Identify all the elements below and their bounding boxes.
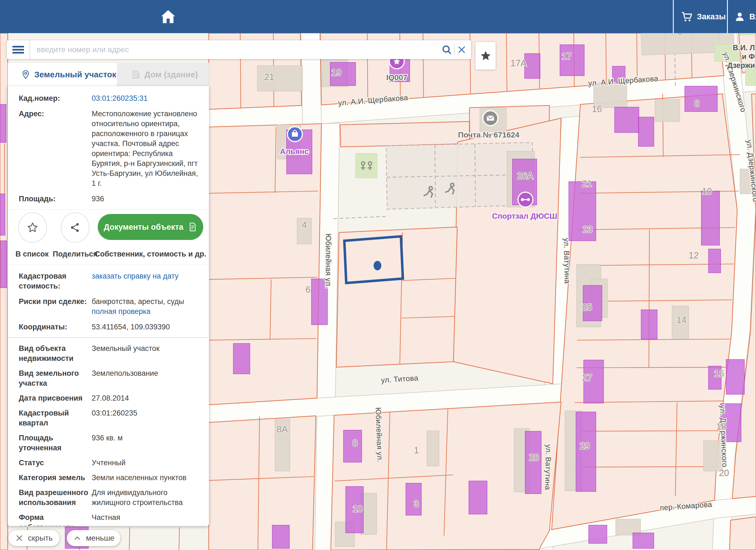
field-label: Площадь уточненная [19, 433, 92, 453]
panel-field-row: Риски при сделке:банкротства, аресты, су… [19, 297, 203, 316]
field-label: Категория земель [19, 473, 92, 483]
share-icon [69, 222, 81, 233]
share-button[interactable] [61, 212, 89, 243]
field-value: Для индивидуального жилищного строительс… [92, 488, 203, 507]
map-annotation: В.И. Л [733, 44, 755, 52]
search-submit-button[interactable] [440, 40, 454, 59]
collapse-panel-button[interactable]: меньше [67, 530, 120, 546]
user-icon [734, 11, 746, 22]
menu-button[interactable] [7, 40, 30, 59]
parcel-number-label: 4 [302, 220, 307, 230]
field-label: Кадастровая стоимость: [19, 271, 92, 291]
field-value: Землепользование [92, 368, 203, 378]
field-value: Учтенный [92, 458, 203, 468]
field-value: Частная [92, 512, 203, 522]
object-tabs: Земельный участок Дом (здание) [8, 63, 209, 86]
parcel-number-label: 20 [719, 468, 729, 478]
panel-field-row: Вид объекта недвижимостиЗемельный участо… [19, 343, 203, 363]
object-documents-button[interactable]: Документы объекта [98, 214, 203, 240]
login-label: Вход [749, 12, 756, 21]
field-label: Кад.номер: [19, 93, 92, 103]
field-label: Дата присвоения [19, 393, 92, 403]
panel-field-row: СтатусУчтенный [19, 458, 203, 468]
location-pin-icon [21, 70, 30, 79]
owner-caption: Собственник, стоимость и др. [95, 250, 206, 258]
cart-icon [681, 10, 693, 23]
field-value: 27.08.2014 [92, 393, 203, 403]
orders-label: Заказы [697, 12, 726, 21]
field-label: Кадастровый квартал [19, 408, 92, 428]
field-value: банкротства, аресты, суды [92, 297, 203, 306]
documents-button-label: Документы объекта [104, 223, 183, 232]
field-label: Адрес: [19, 109, 92, 188]
add-to-list-button[interactable] [18, 212, 47, 243]
parcel-number-label: 27 [582, 372, 592, 383]
field-value-link[interactable]: заказать справку на дату [92, 271, 203, 281]
parcel-info-panel: Кад.номер:03:01:260235:31Адрес:Местополо… [8, 86, 209, 526]
panel-field-row: Площадь:936 [19, 194, 203, 204]
mail-icon [487, 116, 494, 121]
panel-field-row: Категория земельЗемли населенных пунктов [19, 473, 203, 483]
close-icon [15, 534, 23, 542]
login-button[interactable]: Вход [734, 0, 756, 33]
field-label: Площадь: [19, 194, 92, 204]
parcel-number-label: 1 [414, 445, 419, 455]
parcel-number-label: 28 [529, 452, 539, 462]
home-icon[interactable] [159, 7, 177, 25]
parcel-number-label: 21 [264, 72, 274, 82]
field-label: Вид земельного участка [19, 368, 92, 388]
actions-row: Документы объекта В список Поделиться Со… [8, 210, 209, 265]
parcel-number-label: 17 [562, 51, 572, 61]
map-annotation: и Ф [742, 52, 755, 61]
field-label: Координаты: [19, 322, 92, 332]
parcel-number-label: 8 [353, 438, 358, 448]
parcel-number-label: 3 [414, 499, 419, 509]
panel-field-row: Вид разрешенного использованияДля индиви… [19, 488, 203, 507]
parcel-number-label: 29 [580, 441, 590, 451]
tab-label: Земельный участок [34, 70, 116, 79]
field-value: Местоположение установлено относительно … [92, 109, 203, 188]
parcel-number-label: 6 [306, 284, 311, 295]
clear-search-button[interactable] [454, 40, 469, 59]
field-label: Форма собственности [19, 512, 92, 526]
parcel-number-label: 10 [353, 504, 363, 514]
map-annotation: Дзержи [727, 61, 755, 70]
field-value: 936 [92, 194, 203, 204]
parcel-number-label: 25 [582, 302, 592, 312]
less-label: меньше [86, 534, 115, 543]
search-bar [7, 40, 471, 59]
panel-field-row: Адрес:Местоположение установлено относит… [19, 109, 203, 188]
search-input[interactable] [30, 45, 440, 54]
field-value: 53.411654, 109.039390 [92, 322, 203, 332]
panel-field-row: Координаты:53.411654, 109.039390 [19, 322, 203, 332]
parcel-number-label: 14 [676, 315, 687, 325]
poi-label: IQ007 [386, 73, 407, 82]
field-label: Статус [19, 458, 92, 468]
panel-field-row: Площадь уточненная936 кв. м [19, 433, 203, 453]
field-value-link[interactable]: 03:01:260235:31 [92, 93, 203, 103]
hamburger-icon [12, 44, 24, 55]
poi-label: Альянс [280, 147, 309, 156]
poi-label: Спортзал ДЮСШ [492, 212, 557, 220]
tab-building[interactable]: Дом (здание) [117, 63, 209, 86]
parcel-number-label: 16 [592, 104, 602, 114]
orders-button[interactable]: Заказы [681, 0, 726, 33]
header-divider [727, 0, 728, 33]
header-divider [673, 0, 674, 33]
panel-field-row: Кадастровый квартал03:01:260235 [19, 408, 203, 428]
favorites-panel-button[interactable] [475, 42, 496, 70]
star-outline-icon [27, 221, 39, 234]
document-icon [188, 222, 197, 232]
street-label: ул. Ватутина [562, 238, 572, 284]
field-value-link[interactable]: полная проверка [92, 306, 203, 316]
parcel-number-label: 23 [583, 224, 593, 234]
panel-field-row: Кад.номер:03:01:260235:31 [19, 93, 203, 103]
field-value: 936 кв. м [92, 433, 203, 443]
building-icon [131, 70, 141, 79]
panel-field-row: Дата присвоения27.08.2014 [19, 393, 203, 403]
hide-panel-button[interactable]: скрыть [8, 530, 60, 546]
hide-label: скрыть [28, 534, 52, 543]
tab-land-parcel[interactable]: Земельный участок [8, 63, 117, 86]
parcel-number-label: 10 [702, 186, 712, 196]
field-value: Земли населенных пунктов [92, 473, 203, 483]
